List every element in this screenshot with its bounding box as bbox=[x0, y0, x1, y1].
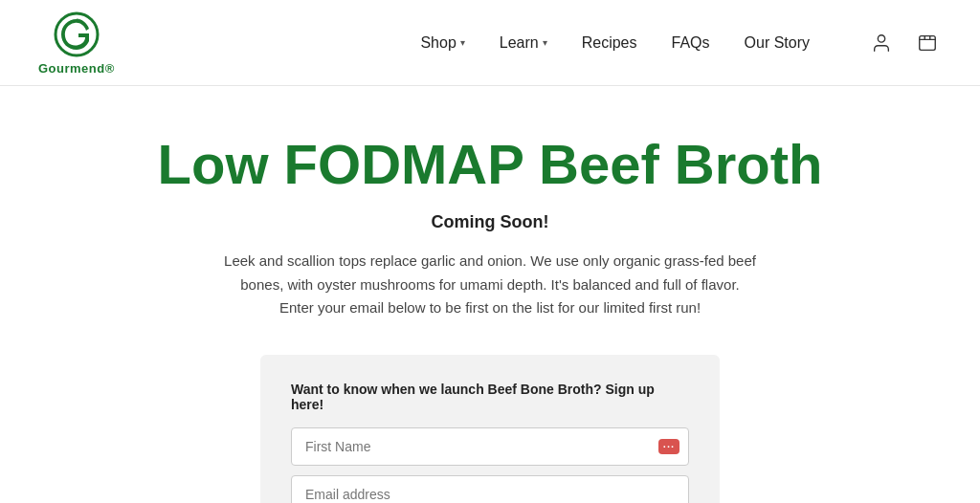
cart-icon bbox=[917, 33, 938, 54]
first-name-input[interactable] bbox=[291, 427, 689, 466]
nav-icons bbox=[867, 29, 942, 57]
hero-title: Low FODMAP Beef Broth bbox=[158, 134, 823, 195]
nav-item-faqs[interactable]: FAQs bbox=[672, 34, 710, 52]
nav-our-story-label: Our Story bbox=[745, 34, 810, 51]
nav-learn-label: Learn bbox=[500, 34, 539, 52]
nav-links: Shop ▾ Learn ▾ Recipes FAQs Our Story bbox=[420, 34, 810, 52]
nav-link-recipes[interactable]: Recipes bbox=[582, 34, 637, 51]
svg-point-1 bbox=[878, 34, 884, 41]
account-icon bbox=[871, 33, 892, 54]
nav-item-our-story[interactable]: Our Story bbox=[745, 34, 810, 52]
nav-link-faqs[interactable]: FAQs bbox=[672, 34, 710, 51]
hero-description: Leek and scallion tops replace garlic an… bbox=[222, 250, 758, 320]
learn-dropdown-arrow: ▾ bbox=[543, 37, 547, 48]
shop-dropdown-arrow: ▾ bbox=[460, 37, 465, 48]
nav-item-learn[interactable]: Learn ▾ bbox=[500, 34, 547, 52]
brand-logo[interactable]: Gourmend® bbox=[38, 10, 115, 76]
nav-shop-label: Shop bbox=[420, 34, 456, 52]
main-nav: Gourmend® Shop ▾ Learn ▾ Recipes FAQs bbox=[0, 0, 980, 86]
nav-item-shop[interactable]: Shop ▾ bbox=[420, 34, 464, 52]
cart-button[interactable] bbox=[913, 29, 942, 57]
nav-faqs-label: FAQs bbox=[672, 34, 710, 51]
main-content: Low FODMAP Beef Broth Coming Soon! Leek … bbox=[0, 86, 980, 503]
input-error-badge: ··· bbox=[658, 439, 679, 454]
brand-logo-icon bbox=[52, 10, 101, 59]
signup-card-title: Want to know when we launch Beef Bone Br… bbox=[291, 382, 689, 412]
signup-card: Want to know when we launch Beef Bone Br… bbox=[260, 355, 720, 503]
svg-rect-2 bbox=[920, 35, 936, 50]
coming-soon-label: Coming Soon! bbox=[432, 212, 549, 232]
nav-link-learn[interactable]: Learn ▾ bbox=[500, 34, 547, 52]
brand-name: Gourmend® bbox=[38, 61, 115, 76]
nav-link-our-story[interactable]: Our Story bbox=[745, 34, 810, 51]
nav-link-shop[interactable]: Shop ▾ bbox=[420, 34, 464, 52]
first-name-group: ··· bbox=[291, 427, 689, 466]
email-group bbox=[291, 475, 689, 503]
account-button[interactable] bbox=[867, 29, 896, 57]
email-input[interactable] bbox=[291, 475, 689, 503]
nav-item-recipes[interactable]: Recipes bbox=[582, 34, 637, 52]
nav-recipes-label: Recipes bbox=[582, 34, 637, 51]
